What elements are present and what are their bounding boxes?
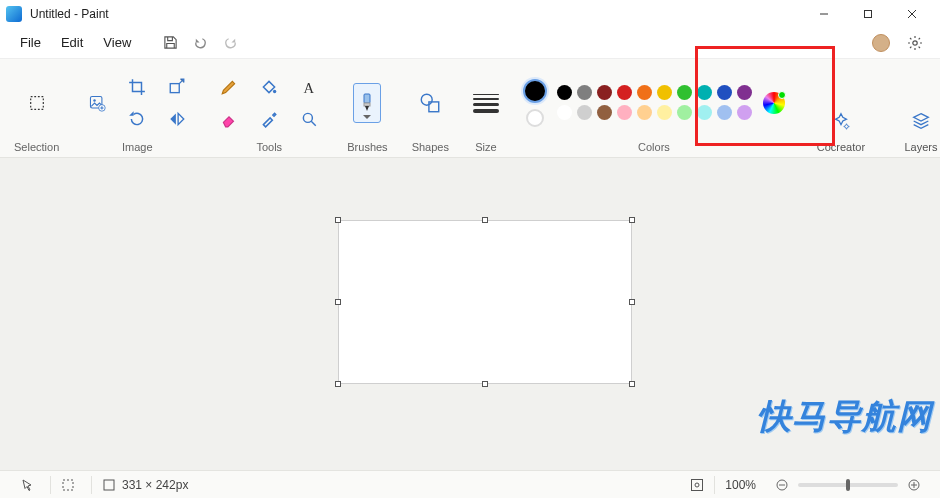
group-cocreator[interactable]: Cocreator: [801, 59, 881, 157]
svg-rect-19: [104, 480, 114, 490]
close-button[interactable]: [890, 0, 934, 28]
color-swatch[interactable]: [577, 85, 592, 100]
resize-handle[interactable]: [482, 381, 488, 387]
watermark-text: 快马导航网: [757, 394, 932, 440]
svg-rect-15: [364, 103, 370, 106]
svg-rect-18: [63, 480, 73, 490]
resize-handle[interactable]: [629, 217, 635, 223]
svg-point-21: [695, 483, 699, 487]
save-button[interactable]: [155, 28, 185, 58]
text-tool[interactable]: A: [294, 74, 324, 100]
color-swatch[interactable]: [697, 105, 712, 120]
resize-handle[interactable]: [629, 299, 635, 305]
color-swatch[interactable]: [557, 85, 572, 100]
zoom-value: 100%: [725, 478, 756, 492]
group-shapes-label: Shapes: [412, 141, 449, 153]
rotate-button[interactable]: [122, 106, 152, 132]
svg-text:A: A: [304, 80, 315, 96]
color-swatch[interactable]: [617, 85, 632, 100]
color-swatch[interactable]: [637, 85, 652, 100]
minimize-button[interactable]: [802, 0, 846, 28]
resize-button[interactable]: [162, 74, 192, 100]
svg-point-10: [273, 90, 276, 93]
svg-point-4: [913, 40, 917, 44]
resize-handle[interactable]: [629, 381, 635, 387]
flip-button[interactable]: [162, 106, 192, 132]
fit-screen-button[interactable]: [680, 478, 714, 492]
settings-button[interactable]: [900, 28, 930, 58]
menu-bar: File Edit View: [0, 28, 940, 58]
crop-button[interactable]: [122, 74, 152, 100]
size-selector[interactable]: [473, 94, 499, 113]
magnifier-tool[interactable]: [294, 106, 324, 132]
color-swatch[interactable]: [677, 105, 692, 120]
zoom-in-button[interactable]: [898, 479, 930, 491]
canvas-size-indicator: 331 × 242px: [92, 478, 198, 492]
menu-edit[interactable]: Edit: [51, 31, 93, 54]
group-brushes: Brushes: [339, 59, 395, 157]
svg-rect-1: [865, 11, 872, 18]
zoom-slider[interactable]: [798, 483, 898, 487]
color-swatch[interactable]: [597, 105, 612, 120]
menu-file[interactable]: File: [10, 31, 51, 54]
window-title: Untitled - Paint: [30, 7, 109, 21]
svg-rect-5: [30, 97, 43, 110]
shapes-selector[interactable]: [415, 88, 445, 118]
group-layers[interactable]: Layers: [881, 59, 940, 157]
color-swatch[interactable]: [677, 85, 692, 100]
resize-handle[interactable]: [335, 299, 341, 305]
cocreator-icon: [830, 110, 852, 135]
title-bar: Untitled - Paint: [0, 0, 940, 28]
svg-rect-6: [171, 84, 180, 93]
svg-point-16: [422, 94, 433, 105]
color-picker-tool[interactable]: [254, 106, 284, 132]
fill-tool[interactable]: [254, 74, 284, 100]
group-tools-label: Tools: [256, 141, 282, 153]
group-image: Image: [75, 59, 199, 157]
color-swatch[interactable]: [717, 85, 732, 100]
undo-button[interactable]: [185, 28, 215, 58]
svg-point-8: [94, 99, 96, 101]
image-import-button[interactable]: [81, 79, 113, 127]
svg-rect-20: [692, 479, 703, 490]
color-2-swatch[interactable]: [526, 109, 544, 127]
canvas[interactable]: [338, 220, 632, 384]
svg-point-12: [304, 113, 313, 122]
zoom-out-button[interactable]: [766, 479, 798, 491]
resize-handle[interactable]: [335, 217, 341, 223]
color-swatch[interactable]: [737, 105, 752, 120]
edit-colors-button[interactable]: [763, 92, 785, 114]
select-rectangle-button[interactable]: [20, 86, 54, 120]
workspace[interactable]: 快马导航网: [0, 158, 940, 470]
ribbon-toolbar: Selection Image A Tools: [0, 58, 940, 158]
color-1-swatch[interactable]: [523, 79, 547, 103]
redo-button[interactable]: [215, 28, 245, 58]
maximize-button[interactable]: [846, 0, 890, 28]
group-colors: Colors: [515, 59, 793, 157]
selection-icon: [61, 478, 75, 492]
resize-handle[interactable]: [335, 381, 341, 387]
menu-view[interactable]: View: [93, 31, 141, 54]
color-swatch[interactable]: [557, 105, 572, 120]
group-brushes-label: Brushes: [347, 141, 387, 153]
color-swatch[interactable]: [737, 85, 752, 100]
color-swatch[interactable]: [597, 85, 612, 100]
color-swatch[interactable]: [717, 105, 732, 120]
color-swatch[interactable]: [657, 105, 672, 120]
color-swatch[interactable]: [637, 105, 652, 120]
group-shapes: Shapes: [404, 59, 457, 157]
color-palette: [557, 85, 753, 121]
zoom-slider-thumb[interactable]: [846, 479, 850, 491]
user-avatar[interactable]: [872, 34, 890, 52]
group-image-label: Image: [122, 141, 153, 153]
color-swatch[interactable]: [617, 105, 632, 120]
color-swatch[interactable]: [577, 105, 592, 120]
color-swatch[interactable]: [657, 85, 672, 100]
selection-size-indicator: [51, 478, 91, 492]
pencil-tool[interactable]: [214, 74, 244, 100]
color-swatch[interactable]: [697, 85, 712, 100]
group-selection-label: Selection: [14, 141, 59, 153]
resize-handle[interactable]: [482, 217, 488, 223]
eraser-tool[interactable]: [214, 106, 244, 132]
brush-selector[interactable]: [353, 83, 381, 123]
